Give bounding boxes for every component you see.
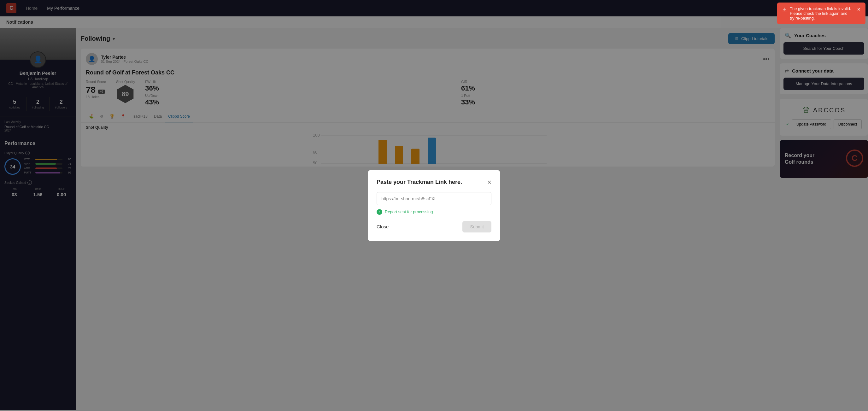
modal-submit-button[interactable]: Submit xyxy=(462,221,491,232)
modal-close-button[interactable]: Close xyxy=(377,221,389,232)
modal-footer: Close Submit xyxy=(377,221,491,232)
success-check-icon: ✓ xyxy=(377,209,382,215)
modal-close-icon[interactable]: × xyxy=(487,179,491,186)
toast-close-button[interactable]: × xyxy=(857,6,861,13)
modal-header: Paste your Trackman Link here. × xyxy=(377,179,491,186)
trackman-modal: Paste your Trackman Link here. × ✓ Repor… xyxy=(368,170,500,241)
success-text: Report sent for processing xyxy=(385,210,433,214)
modal-overlay[interactable]: Paste your Trackman Link here. × ✓ Repor… xyxy=(0,0,868,411)
error-toast: ⚠ The given trackman link is invalid. Pl… xyxy=(777,2,866,24)
toast-warning-icon: ⚠ xyxy=(782,7,786,12)
trackman-link-input[interactable] xyxy=(377,192,491,205)
modal-success-message: ✓ Report sent for processing xyxy=(377,209,491,215)
toast-message: The given trackman link is invalid. Plea… xyxy=(790,6,851,21)
modal-title: Paste your Trackman Link here. xyxy=(377,179,462,186)
